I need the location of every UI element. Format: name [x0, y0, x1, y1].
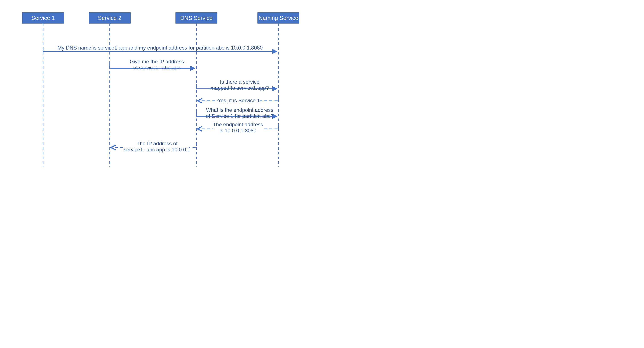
- sequence-diagram: Service 1 Service 2 DNS Service Naming S…: [0, 0, 322, 174]
- participant-service1: Service 1: [22, 12, 64, 23]
- message-text: Yes, it is Service 1: [218, 98, 260, 104]
- participant-label: DNS Service: [180, 15, 213, 21]
- message-m6: The endpoint address is 10.0.0.1:8080: [198, 122, 278, 134]
- participant-label: Naming Service: [258, 15, 298, 21]
- participant-label: Service 1: [31, 15, 55, 21]
- message-m3: Is there a service mapped to service1.ap…: [196, 79, 277, 91]
- message-text: service1--abc.app is 10.0.0.1: [124, 147, 190, 152]
- message-text: mapped to service1.app?: [210, 85, 269, 91]
- participant-label: Service 2: [98, 15, 121, 21]
- participant-dns: DNS Service: [176, 12, 217, 23]
- message-text: My DNS name is service1.app and my endpo…: [58, 45, 263, 50]
- message-m1: My DNS name is service1.app and my endpo…: [43, 45, 277, 52]
- message-m5: What is the endpoint address of Service …: [196, 107, 277, 119]
- message-m7: The IP address of service1--abc.app is 1…: [111, 140, 196, 153]
- participant-service2: Service 2: [89, 12, 130, 23]
- message-text: Give me the IP address: [130, 58, 184, 64]
- message-text: of service1--abc.app: [133, 65, 180, 70]
- message-text: is 10.0.0.1:8080: [220, 128, 256, 134]
- message-text: What is the endpoint address: [206, 107, 274, 113]
- message-m4: Yes, it is Service 1: [198, 96, 278, 104]
- message-text: Is there a service: [220, 79, 260, 85]
- message-text: The endpoint address: [213, 122, 263, 128]
- participant-naming: Naming Service: [258, 12, 299, 23]
- message-text: of Service 1 for partition abc?: [206, 113, 274, 119]
- message-m2: Give me the IP address of service1--abc.…: [110, 58, 195, 70]
- message-text: The IP address of: [137, 140, 178, 146]
